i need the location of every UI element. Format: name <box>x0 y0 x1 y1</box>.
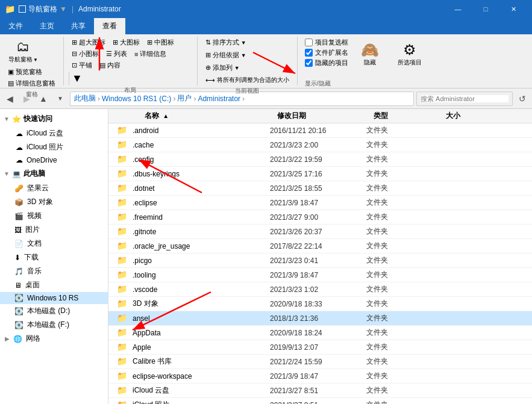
back-button[interactable]: ◀ <box>2 92 17 106</box>
sidebar-drive-d[interactable]: 💽 本地磁盘 (D:) <box>0 304 108 318</box>
file-name: .freemind <box>133 213 270 222</box>
file-name: Apple <box>133 343 270 352</box>
file-row[interactable]: 📁.eclipse2021/3/9 18:47文件夹 <box>108 196 532 210</box>
file-date: 2018/1/3 21:36 <box>270 314 366 323</box>
file-row[interactable]: 📁.tooling2021/3/9 18:47文件夹 <box>108 268 532 282</box>
sidebar-jiangguo[interactable]: 🥜 坚果云 <box>0 181 108 195</box>
file-name: .eclipse <box>133 199 270 207</box>
sidebar-onedrive[interactable]: ☁ OneDrive <box>0 154 108 166</box>
header-date[interactable]: 修改日期 <box>277 111 374 121</box>
file-row[interactable]: 📁.cache2021/3/23 2:00文件夹 <box>108 138 532 152</box>
file-row[interactable]: 📁Apple2019/9/13 2:07文件夹 <box>108 340 532 355</box>
header-name[interactable]: 名称 ▲ <box>108 111 277 121</box>
sidebar-drive-f[interactable]: 💽 本地磁盘 (F:) <box>0 318 108 332</box>
hidden-items-label[interactable]: 隐藏的项目 <box>305 58 348 67</box>
content-btn[interactable]: ▤ 内容 <box>96 60 124 71</box>
file-name: .gitnote <box>133 228 270 236</box>
this-pc-header[interactable]: ▼ 💻 此电脑 <box>0 166 108 181</box>
add-column-icon: ⊕ <box>205 64 211 72</box>
tab-file[interactable]: 文件 <box>0 18 31 34</box>
up-button[interactable]: ▲ <box>36 92 51 106</box>
tab-view[interactable]: 查看 <box>94 18 125 34</box>
search-input[interactable] <box>421 95 509 102</box>
recent-locations-button[interactable]: ▼ <box>53 92 67 106</box>
item-checkbox-label[interactable]: 项目复选框 <box>305 38 348 47</box>
extra-large-icon-btn[interactable]: ⊞ 超大图标 <box>69 37 108 48</box>
adjust-columns-btn[interactable]: ⟷ 将所有列调整为合适的大小 <box>202 75 292 85</box>
folder-icon: 📁 <box>117 125 128 136</box>
sidebar-video[interactable]: 🎬 视频 <box>0 209 108 223</box>
minimize-button[interactable]: — <box>444 0 472 18</box>
file-row[interactable]: 📁.picgo2021/3/23 0:41文件夹 <box>108 253 532 268</box>
file-row[interactable]: 📁iCloud 云盘2021/3/27 8:51文件夹 <box>108 384 532 398</box>
sidebar-icloud-photos[interactable]: ☁ iCloud 照片 <box>0 140 108 154</box>
file-row[interactable]: 📁.vscode2021/3/23 1:02文件夹 <box>108 282 532 297</box>
sidebar-desktop[interactable]: 🖥 桌面 <box>0 278 108 292</box>
details-btn[interactable]: ≡ 详细信息 <box>131 48 169 60</box>
file-row[interactable]: 📁Calibre 书库2021/2/24 15:59文件夹 <box>108 355 532 369</box>
sidebar-downloads[interactable]: ⬇ 下载 <box>0 250 108 264</box>
details-pane-button[interactable]: ▤ 详细信息窗格 <box>5 78 58 89</box>
sidebar-network[interactable]: ▶ 🌐 网络 <box>0 332 108 346</box>
file-ext-label[interactable]: 文件扩展名 <box>305 48 348 57</box>
breadcrumb-computer[interactable]: 此电脑 <box>74 93 96 104</box>
sort-by-btn[interactable]: ⇅ 排序方式 ▼ <box>202 37 292 48</box>
file-row[interactable]: 📁eclipse-workspace2021/3/9 18:47文件夹 <box>108 369 532 384</box>
sidebar-pictures[interactable]: 🖼 图片 <box>0 223 108 237</box>
file-row[interactable]: 📁.dotnet2021/3/25 18:55文件夹 <box>108 181 532 196</box>
options-btn[interactable]: ⚙ 所选项目 <box>394 39 425 69</box>
file-row[interactable]: 📁AppData2020/9/18 18:24文件夹 <box>108 326 532 340</box>
file-type: 文件夹 <box>366 241 439 251</box>
header-size[interactable]: 大小 <box>446 111 494 121</box>
header-type[interactable]: 类型 <box>374 111 446 121</box>
refresh-button[interactable]: ↺ <box>515 92 530 106</box>
maximize-button[interactable]: □ <box>472 0 499 18</box>
group-by-btn[interactable]: ⊞ 分组依据 ▼ <box>202 49 292 61</box>
sidebar-documents[interactable]: 📄 文档 <box>0 237 108 250</box>
small-icon: ⊟ <box>72 50 77 58</box>
file-date: 2021/2/24 15:59 <box>270 358 366 366</box>
nav-pane-button[interactable]: 🗂 导航窗格 ▼ <box>5 37 42 66</box>
small-icon-btn[interactable]: ⊟ 小图标 <box>69 48 102 60</box>
file-row[interactable]: 📁.dbus-keyrings2021/3/25 17:16文件夹 <box>108 167 532 181</box>
quick-access-header[interactable]: ▼ ⭐ 快速访问 <box>0 111 108 126</box>
adjust-icon: ⟷ <box>205 76 215 84</box>
medium-icon-btn[interactable]: ⊞ 中图标 <box>144 37 177 48</box>
file-row[interactable]: 📁ansel2018/1/3 21:36文件夹 <box>108 311 532 326</box>
show-hide-label: 显示/隐藏 <box>305 80 331 87</box>
add-column-btn[interactable]: ⊕ 添加列 ▼ <box>202 62 292 73</box>
file-row[interactable]: 📁.freemind2021/3/27 9:00文件夹 <box>108 210 532 225</box>
sidebar-windows-drive[interactable]: 💽 Windows 10 RS <box>0 292 108 304</box>
close-button[interactable]: ✕ <box>499 0 527 18</box>
list-btn[interactable]: ☰ 列表 <box>103 48 130 60</box>
file-row[interactable]: 📁.gitnote2021/3/26 20:37文件夹 <box>108 225 532 239</box>
file-name: iCloud 云盘 <box>133 385 270 396</box>
group-icon: ⊞ <box>205 51 211 59</box>
sidebar-3d[interactable]: 📦 3D 对象 <box>0 195 108 209</box>
title-bar-nav-text: 导航窗格 <box>28 4 57 14</box>
hide-selected-btn[interactable]: 🙈 隐藏 <box>355 39 384 69</box>
folder-icon: 📁 <box>117 212 128 223</box>
large-icon-btn[interactable]: ⊞ 大图标 <box>110 37 143 48</box>
sidebar-music[interactable]: 🎵 音乐 <box>0 264 108 278</box>
file-row[interactable]: 📁.android2016/11/21 20:16文件夹 <box>108 123 532 138</box>
file-row[interactable]: 📁.config2021/3/22 19:59文件夹 <box>108 152 532 167</box>
file-row[interactable]: 📁.oracle_jre_usage2017/8/22 22:14文件夹 <box>108 239 532 253</box>
file-list-header[interactable]: 名称 ▲ 修改日期 类型 大小 <box>108 109 532 123</box>
expand-layout-btn[interactable]: ▼ <box>72 72 83 85</box>
breadcrumb-admin[interactable]: Administrator <box>198 95 240 103</box>
preview-pane-button[interactable]: ▣ 预览窗格 <box>5 66 58 78</box>
folder-icon: 📁 <box>117 400 128 405</box>
breadcrumb-drive[interactable]: Windows 10 RS1 (C:) <box>102 95 171 103</box>
tile-btn[interactable]: ⊡ 平铺 <box>69 60 95 71</box>
breadcrumb-users[interactable]: 用户 <box>177 93 192 104</box>
sidebar-icloud-drive[interactable]: ☁ iCloud 云盘 <box>0 126 108 140</box>
search-bar[interactable] <box>416 92 513 106</box>
hidden-items-checkbox[interactable] <box>305 59 313 67</box>
tab-share[interactable]: 共享 <box>63 18 94 34</box>
file-row[interactable]: 📁3D 对象2020/9/18 18:33文件夹 <box>108 297 532 311</box>
item-checkbox[interactable] <box>305 39 313 46</box>
file-ext-checkbox[interactable] <box>305 49 313 57</box>
tab-home[interactable]: 主页 <box>31 18 63 34</box>
file-row[interactable]: 📁iCloud 照片2021/3/27 8:51文件夹 <box>108 398 532 404</box>
